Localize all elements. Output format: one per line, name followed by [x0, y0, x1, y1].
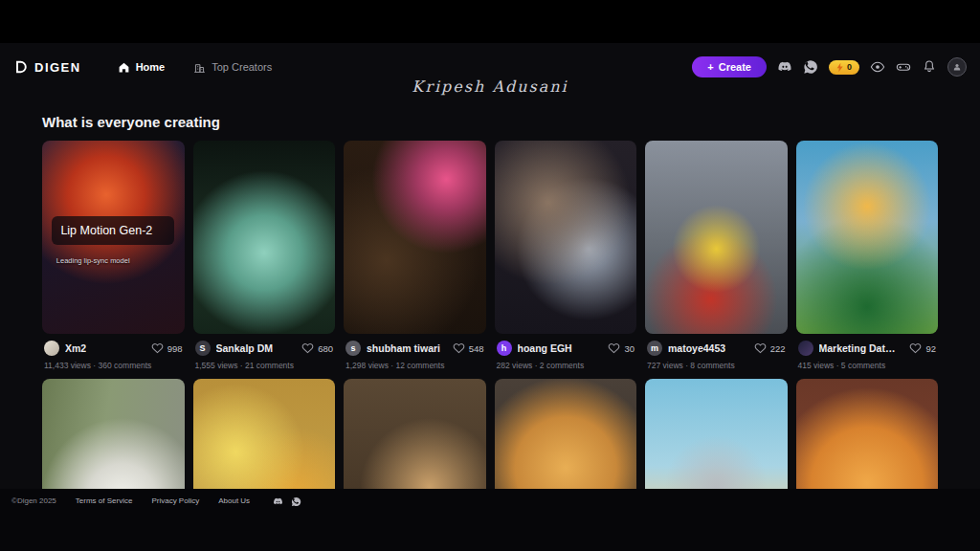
footer-link-terms[interactable]: Terms of Service: [76, 496, 133, 505]
logo-text: DIGEN: [34, 60, 81, 75]
creator-avatar[interactable]: h: [497, 341, 512, 356]
bell-icon[interactable]: [922, 59, 937, 75]
creator-name[interactable]: hoang EGH: [518, 342, 572, 354]
energy-count: 0: [847, 62, 852, 72]
creator-name[interactable]: matoye4453: [668, 342, 725, 354]
like-count: 680: [318, 343, 333, 354]
discord-icon[interactable]: [777, 59, 792, 75]
creator-name[interactable]: shubham tiwari: [367, 342, 440, 354]
likes-group: 998: [151, 342, 183, 355]
card-stats: 415 views · 5 comments: [796, 361, 939, 370]
header-actions: + Create 0: [692, 56, 967, 77]
heart-icon[interactable]: [453, 342, 465, 355]
creator-name[interactable]: Sankalp DM: [216, 342, 274, 354]
creator-avatar[interactable]: [44, 341, 59, 356]
promo-overlay: Lip Motion Gen-2: [52, 216, 174, 245]
bolt-icon: [836, 62, 844, 73]
app-window: DIGEN Home Top Creators + Create: [0, 43, 980, 551]
eye-icon[interactable]: [870, 59, 885, 75]
footer-link-about[interactable]: About Us: [218, 496, 250, 505]
heart-icon[interactable]: [608, 342, 620, 355]
digen-logo-icon: [13, 59, 29, 75]
energy-badge[interactable]: 0: [829, 60, 859, 75]
create-button-label: Create: [719, 61, 751, 73]
card-stats: 11,433 views · 360 comments: [42, 361, 185, 370]
signature-text: Kripesh Adusani: [0, 77, 980, 96]
card-image[interactable]: [344, 141, 486, 334]
footer-link-privacy[interactable]: Privacy Policy: [151, 496, 199, 505]
like-count: 998: [167, 343, 183, 354]
section-title: What is everyone creating: [42, 114, 980, 130]
likes-group: 222: [754, 342, 786, 355]
footer: ©Digen 2025 Terms of Service Privacy Pol…: [0, 489, 980, 551]
creator-name[interactable]: Xm2: [65, 342, 86, 354]
heart-icon[interactable]: [151, 342, 164, 355]
home-icon: [118, 61, 130, 74]
card-image[interactable]: [193, 141, 336, 334]
nav-home-label: Home: [136, 61, 166, 73]
like-count: 92: [925, 343, 936, 354]
creator-name[interactable]: Marketing Data4s...: [819, 342, 898, 354]
creator-avatar[interactable]: S: [195, 341, 211, 356]
discord-icon[interactable]: [273, 496, 283, 507]
likes-group: 92: [909, 342, 936, 355]
creation-card[interactable]: s shubham tiwari 548 1,298 views · 12 co…: [344, 141, 486, 370]
person-icon: [951, 61, 963, 73]
nav-top-creators[interactable]: Top Creators: [193, 61, 272, 74]
creation-card[interactable]: Marketing Data4s... 92 415 views · 5 com…: [796, 141, 939, 370]
heart-icon[interactable]: [301, 342, 314, 355]
profile-avatar[interactable]: [947, 57, 967, 77]
card-image[interactable]: [796, 141, 939, 334]
promo-subtitle: Leading lip-sync model: [56, 256, 176, 265]
copyright: ©Digen 2025: [11, 496, 56, 505]
promo-title: Lip Motion Gen-2: [60, 224, 166, 237]
card-stats: 727 views · 8 comments: [645, 361, 788, 370]
nav-top-creators-label: Top Creators: [212, 61, 272, 73]
creation-card[interactable]: S Sankalp DM 680 1,555 views · 21 commen…: [193, 141, 336, 370]
card-image[interactable]: [495, 141, 637, 334]
likes-group: 548: [453, 342, 484, 355]
likes-group: 30: [608, 342, 635, 355]
likes-group: 680: [301, 342, 333, 355]
card-stats: 1,298 views · 12 comments: [344, 361, 486, 370]
creation-card[interactable]: Lip Motion Gen-2 Leading lip-sync model …: [42, 141, 185, 370]
creator-avatar[interactable]: s: [345, 341, 361, 356]
nav-home[interactable]: Home: [118, 61, 166, 74]
whatsapp-icon[interactable]: [803, 59, 818, 75]
creation-card[interactable]: h hoang EGH 30 282 views · 2 comments: [495, 141, 637, 370]
whatsapp-icon[interactable]: [291, 496, 301, 507]
like-count: 30: [624, 343, 635, 354]
main-nav: Home Top Creators: [118, 61, 273, 74]
creator-avatar[interactable]: [798, 341, 813, 356]
card-stats: 282 views · 2 comments: [495, 361, 637, 370]
like-count: 548: [469, 343, 484, 354]
like-count: 222: [770, 343, 786, 354]
footer-social: [273, 496, 301, 507]
plus-icon: +: [707, 61, 713, 73]
create-button[interactable]: + Create: [692, 56, 767, 77]
gamepad-icon[interactable]: [896, 59, 911, 75]
card-image[interactable]: [645, 141, 788, 334]
card-image[interactable]: Lip Motion Gen-2 Leading lip-sync model: [42, 141, 185, 334]
heart-icon[interactable]: [909, 342, 922, 355]
card-stats: 1,555 views · 21 comments: [193, 361, 336, 370]
creator-avatar[interactable]: m: [647, 341, 662, 356]
creation-card[interactable]: m matoye4453 222 727 views · 8 comments: [645, 141, 788, 370]
digen-logo[interactable]: DIGEN: [13, 59, 81, 75]
building-icon: [193, 61, 206, 74]
heart-icon[interactable]: [754, 342, 767, 355]
